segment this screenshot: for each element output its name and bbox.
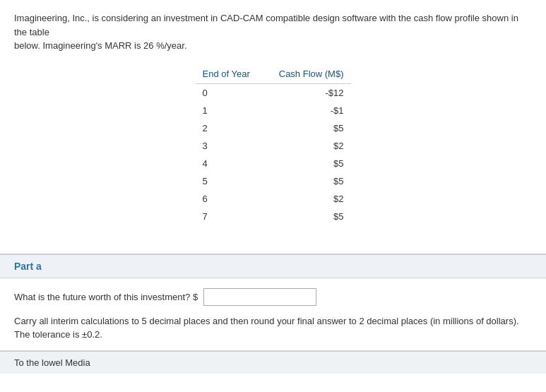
cell-year: 6	[196, 190, 272, 208]
cell-year: 2	[196, 119, 272, 137]
bottom-bar-text: To the lowel Media	[14, 357, 90, 368]
table-row: 2$5	[196, 119, 351, 137]
col-cashflow-header: Cash Flow (M$)	[271, 66, 350, 84]
table-row: 5$5	[196, 172, 351, 190]
col-year-header: End of Year	[196, 66, 272, 84]
cell-year: 1	[196, 102, 272, 119]
cell-cashflow: $5	[271, 119, 350, 137]
table-row: 0-$12	[196, 83, 351, 102]
intro-text-line2: below. Imagineering's MARR is 26 %/year.	[14, 40, 187, 51]
table-row: 7$5	[196, 208, 351, 225]
future-worth-input[interactable]	[203, 288, 316, 306]
intro-paragraph: Imagineering, Inc., is considering an in…	[14, 11, 532, 53]
cell-cashflow: $2	[271, 190, 350, 208]
carry-instructions: Carry all interim calculations to 5 deci…	[14, 314, 523, 342]
cash-flow-table: End of Year Cash Flow (M$) 0-$121-$12$53…	[196, 66, 351, 225]
table-row: 4$5	[196, 155, 351, 172]
intro-text-line1: Imagineering, Inc., is considering an in…	[14, 13, 518, 37]
bottom-bar: To the lowel Media	[0, 351, 546, 374]
question-row: What is the future worth of this investm…	[14, 288, 532, 306]
cell-year: 3	[196, 137, 272, 155]
cell-year: 5	[196, 172, 272, 190]
cell-year: 4	[196, 155, 272, 172]
table-row: 1-$1	[196, 102, 351, 119]
table-row: 6$2	[196, 190, 351, 208]
cell-cashflow: -$12	[271, 83, 350, 102]
cell-cashflow: -$1	[271, 102, 350, 119]
cell-cashflow: $5	[271, 155, 350, 172]
question-section: What is the future worth of this investm…	[0, 278, 546, 351]
cash-flow-table-container: End of Year Cash Flow (M$) 0-$121-$12$53…	[14, 66, 532, 225]
cell-cashflow: $5	[271, 208, 350, 225]
cell-cashflow: $2	[271, 137, 350, 155]
main-content: Imagineering, Inc., is considering an in…	[0, 0, 546, 247]
cell-year: 0	[196, 83, 272, 102]
table-row: 3$2	[196, 137, 351, 155]
cell-year: 7	[196, 208, 272, 225]
part-a-section-header: Part a	[0, 254, 546, 278]
cell-cashflow: $5	[271, 172, 350, 190]
question-text: What is the future worth of this investm…	[14, 292, 198, 302]
part-a-label: Part a	[14, 261, 42, 272]
